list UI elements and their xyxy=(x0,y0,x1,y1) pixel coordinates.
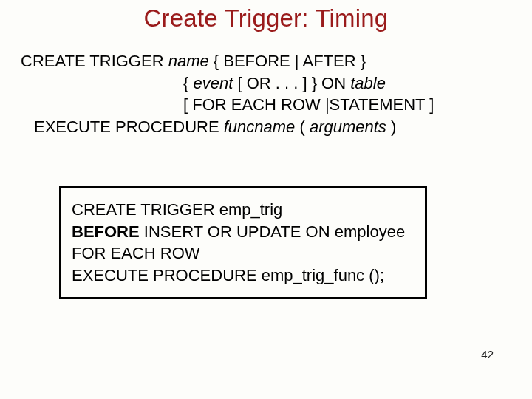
text: ) xyxy=(386,117,396,136)
text: CREATE TRIGGER xyxy=(21,52,168,70)
text: [ OR . . . ] } ON xyxy=(233,74,350,92)
syntax-funcname: funcname xyxy=(224,117,296,136)
text: { BEFORE | AFTER } xyxy=(209,52,366,70)
syntax-line-2: { event [ OR . . . ] } ON table xyxy=(21,72,434,95)
page-number: 42 xyxy=(481,348,494,361)
text: { xyxy=(183,74,193,92)
text: [ FOR EACH ROW |STATEMENT ] xyxy=(183,95,434,114)
syntax-arguments: arguments xyxy=(310,117,386,136)
example-line-3: FOR EACH ROW xyxy=(72,242,415,265)
syntax-line-4: EXECUTE PROCEDURE funcname ( arguments ) xyxy=(21,116,434,138)
syntax-line-3: [ FOR EACH ROW |STATEMENT ] xyxy=(21,94,434,116)
example-line-2: BEFORE INSERT OR UPDATE ON employee xyxy=(72,221,415,243)
slide-title: Create Trigger: Timing xyxy=(0,4,532,33)
syntax-table: table xyxy=(350,74,386,92)
slide: Create Trigger: Timing CREATE TRIGGER na… xyxy=(0,0,532,399)
example-line-1: CREATE TRIGGER emp_trig xyxy=(72,199,415,221)
example-line-4: EXECUTE PROCEDURE emp_trig_func (); xyxy=(72,265,415,287)
text: EXECUTE PROCEDURE xyxy=(34,117,224,136)
text: ( xyxy=(295,117,310,136)
text: INSERT OR UPDATE ON employee xyxy=(140,222,405,241)
syntax-event: event xyxy=(193,74,233,92)
example-box: CREATE TRIGGER emp_trig BEFORE INSERT OR… xyxy=(59,186,427,299)
syntax-block: CREATE TRIGGER name { BEFORE | AFTER } {… xyxy=(21,50,434,138)
keyword-before: BEFORE xyxy=(72,222,140,241)
syntax-name: name xyxy=(168,52,209,70)
syntax-line-1: CREATE TRIGGER name { BEFORE | AFTER } xyxy=(21,50,434,72)
